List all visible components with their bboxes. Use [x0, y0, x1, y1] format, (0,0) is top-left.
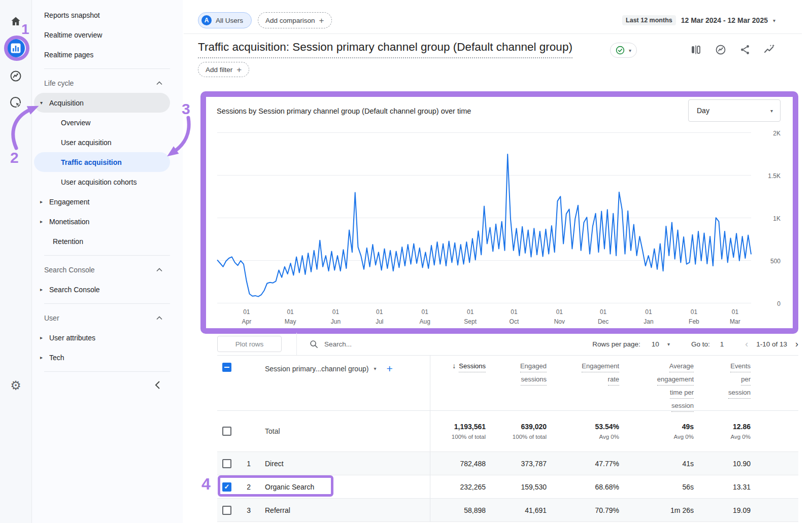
sidebar-item-user-acquisition[interactable]: User acquisition — [34, 132, 170, 152]
metric-cell: 1,193,561100% of total — [430, 411, 486, 451]
sidebar-item-label: Realtime overview — [44, 31, 102, 39]
insights-icon[interactable] — [763, 44, 775, 56]
metric-cell: 70.79% — [547, 499, 619, 521]
header-divider — [184, 33, 802, 34]
search-input[interactable] — [323, 340, 442, 348]
granularity-select[interactable]: Day ▾ — [688, 99, 781, 122]
column-header-events-per-session[interactable]: Eventspersession — [694, 362, 751, 401]
table-row-referral[interactable]: 3Referral58,89841,69170.79%1m 26s19.09 — [217, 499, 798, 522]
sidebar-item-realtime-overview[interactable]: Realtime overview — [34, 25, 170, 45]
home-icon[interactable] — [0, 15, 31, 27]
date-range-picker[interactable]: Last 12 months 12 Mar 2024 - 12 Mar 2025… — [622, 15, 775, 25]
collapse-chevron-icon — [156, 316, 163, 320]
expand-caret-icon[interactable]: ▸ — [40, 219, 49, 224]
table-row-organic-search[interactable]: ✓2Organic Search232,265159,53068.68%56s1… — [217, 475, 798, 499]
sidebar-item-search-console[interactable]: ▸Search Console — [34, 280, 170, 299]
y-axis-label: 1.5K — [755, 172, 781, 180]
sidebar-item-label: Engagement — [49, 198, 89, 206]
dimension-header-label[interactable]: Session primary...channel group) — [265, 365, 368, 373]
sidebar-item-overview[interactable]: Overview — [34, 113, 170, 132]
sidebar-item-label: User acquisition cohorts — [61, 178, 137, 186]
sidebar-item-monetisation[interactable]: ▸Monetisation — [34, 212, 170, 231]
sidebar-item-user-acquisition-cohorts[interactable]: User acquisition cohorts — [34, 172, 170, 192]
sidebar-section-search-console[interactable]: Search Console — [34, 260, 170, 280]
sidebar-item-label: Realtime pages — [44, 51, 93, 59]
metric-cell: 41s — [619, 452, 694, 475]
metric-value: 53.54% — [547, 423, 619, 431]
rows-per-page-value[interactable]: 10 — [652, 340, 659, 348]
add-comparison-button[interactable]: Add comparison + — [258, 12, 332, 28]
sidebar-item-traffic-acquisition[interactable]: Traffic acquisition — [34, 152, 170, 172]
sidebar-item-tech[interactable]: ▸Tech — [34, 347, 170, 367]
sidebar-item-label: Monetisation — [49, 218, 89, 226]
expand-caret-icon[interactable]: ▸ — [40, 287, 49, 292]
sidebar-item-label: Overview — [61, 119, 90, 127]
expand-caret-icon[interactable]: ▸ — [40, 199, 49, 204]
row-checkbox[interactable] — [222, 506, 231, 515]
sidebar-item-reports-snapshot[interactable]: Reports snapshot — [34, 5, 170, 25]
explore-icon[interactable] — [0, 69, 31, 83]
share-icon[interactable] — [739, 44, 751, 56]
table-row-direct[interactable]: 1Direct782,488373,78747.77%41s10.90 — [217, 452, 798, 475]
all-users-label: All Users — [216, 17, 243, 24]
sidebar-item-engagement[interactable]: ▸Engagement — [34, 192, 170, 212]
column-header-average-engagement-time-per-session[interactable]: Averageengagementtime persession — [619, 362, 694, 414]
row-number: 2 — [235, 483, 251, 491]
add-comparison-label: Add comparison — [265, 17, 315, 24]
channels-table: Plot rows Rows per page: 10 ▾ Go to: 1 ‹… — [217, 333, 798, 522]
sidebar-item-realtime-pages[interactable]: Realtime pages — [34, 45, 170, 64]
expand-caret-icon[interactable]: ▸ — [40, 355, 49, 360]
chevron-down-icon[interactable]: ▾ — [667, 341, 670, 347]
expand-caret-icon[interactable]: ▾ — [40, 100, 49, 106]
collapse-chevron-icon — [156, 81, 163, 85]
dimension-cell: 1Direct — [217, 452, 430, 475]
sidebar-item-label: Acquisition — [49, 99, 84, 107]
metric-cell: 56s — [619, 475, 694, 498]
row-checkbox[interactable] — [222, 459, 231, 468]
x-axis-label: 01Oct — [510, 307, 519, 326]
chevron-down-icon: ▾ — [770, 108, 773, 114]
metric-cell: 53.54%Avg 0% — [547, 411, 619, 451]
reports-icon[interactable] — [0, 39, 31, 57]
date-range-text: 12 Mar 2024 - 12 Mar 2025 — [681, 16, 768, 24]
sidebar-item-label: User — [44, 314, 59, 322]
total-row: Total1,193,561100% of total639,020100% o… — [217, 411, 798, 452]
row-number: 1 — [235, 460, 251, 468]
column-header-engagement-rate[interactable]: Engagementrate — [547, 362, 619, 388]
sidebar-item-retention[interactable]: Retention — [34, 231, 170, 251]
collapse-nav-button[interactable] — [32, 376, 183, 394]
column-header-sessions[interactable]: ↓Sessions — [430, 362, 486, 375]
metric-subvalue: 100% of total — [486, 434, 547, 440]
column-header-engaged-sessions[interactable]: Engagedsessions — [486, 362, 547, 388]
metric-cell: 19.09 — [694, 499, 751, 521]
page-range: 1-10 of 13 — [756, 340, 787, 348]
select-all-checkbox[interactable] — [222, 363, 231, 372]
sidebar-item-label: Tech — [49, 354, 64, 362]
sidebar-section-user[interactable]: User — [34, 308, 170, 328]
goto-page-value[interactable]: 1 — [720, 340, 724, 348]
metric-cell: 58,898 — [430, 499, 486, 521]
dimension-cell: 3Referral — [217, 499, 430, 521]
all-users-pill[interactable]: A All Users — [198, 12, 252, 28]
y-axis-label: 2K — [755, 130, 781, 137]
sidebar-item-user-attributes[interactable]: ▸User attributes — [34, 328, 170, 347]
metric-subvalue: Avg 0% — [694, 434, 751, 440]
add-dimension-icon[interactable]: + — [386, 363, 392, 374]
row-checkbox[interactable] — [222, 427, 231, 436]
next-page-icon[interactable]: › — [795, 339, 798, 350]
expand-caret-icon[interactable]: ▸ — [40, 335, 49, 340]
settings-gear-icon[interactable]: ⚙ — [0, 379, 31, 392]
edit-comparison-icon[interactable] — [690, 44, 702, 56]
table-controls: Plot rows Rows per page: 10 ▾ Go to: 1 ‹… — [217, 333, 798, 355]
explore-report-icon[interactable] — [715, 44, 727, 56]
channel-label: Referral — [265, 506, 290, 514]
report-status-pill[interactable]: ▾ — [610, 43, 637, 58]
add-filter-button[interactable]: Add filter + — [198, 62, 249, 77]
sidebar-section-life-cycle[interactable]: Life cycle — [34, 73, 170, 93]
advertising-icon[interactable] — [0, 96, 31, 109]
reports-active-circle — [7, 39, 25, 57]
row-checkbox[interactable]: ✓ — [222, 482, 231, 492]
plot-rows-button[interactable]: Plot rows — [217, 336, 282, 352]
chevron-down-icon[interactable]: ▾ — [374, 366, 376, 371]
sidebar-item-acquisition[interactable]: ▾Acquisition — [34, 93, 170, 113]
